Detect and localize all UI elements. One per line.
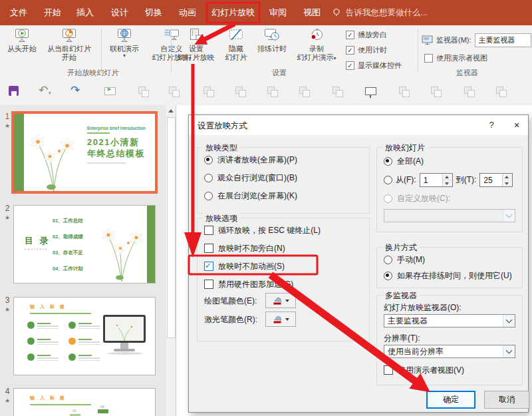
circle-icon <box>68 337 76 345</box>
slideshow-monitor-dropdown[interactable]: 主要监视器 <box>384 314 515 327</box>
tab-home[interactable]: 开始 <box>44 0 61 25</box>
shape-icon[interactable] <box>168 85 181 99</box>
checkbox-label: 使用计时 <box>358 45 387 55</box>
tab-file[interactable]: 文件 <box>10 0 27 25</box>
play-narration-checkbox[interactable]: ✓ 播放旁白 <box>346 30 387 40</box>
quick-access-toolbar <box>0 79 532 106</box>
present-online-button[interactable]: 联机演示 ▾ <box>104 27 145 59</box>
radio-selected-icon <box>384 272 392 280</box>
laser-color-dropdown[interactable] <box>265 312 296 327</box>
setup-slideshow-button[interactable]: 设置 幻灯片放映 <box>174 27 218 62</box>
distribute-horizontal-icon[interactable] <box>430 85 443 99</box>
tab-transitions[interactable]: 切换 <box>145 0 162 25</box>
slide-thumbnail-3[interactable]: 输 入 标 题 <box>13 297 156 375</box>
button-label: 幻灯片放映 <box>174 53 218 62</box>
slide-number: 2 <box>3 204 12 213</box>
bring-forward-icon[interactable] <box>298 85 311 99</box>
checkbox-use-presenter-view[interactable]: 使用演示者视图(V) <box>384 365 464 375</box>
use-presenter-view-checkbox[interactable]: ✓ 使用演示者视图 <box>424 53 487 63</box>
spinner-buttons[interactable] <box>502 174 512 186</box>
spin-down-icon[interactable] <box>443 180 452 186</box>
radio-browsed-at-kiosk[interactable]: 在展台浏览(全屏幕)(K) <box>204 190 297 201</box>
chart-label: 04 <box>100 405 104 409</box>
radio-browsed-by-individual[interactable]: 观众自行浏览(窗口)(B) <box>204 172 297 183</box>
group-label-monitors: 监视器 <box>419 68 515 78</box>
spin-up-icon[interactable] <box>443 174 452 180</box>
spin-up-icon[interactable] <box>503 174 512 180</box>
slide-thumbnail-1[interactable]: Enterprise brief introduction 2021小清新 年终… <box>13 113 156 192</box>
radio-custom-show[interactable]: 自定义放映(C): <box>384 193 450 204</box>
slide-accent-bar <box>147 206 155 283</box>
cancel-button[interactable]: 取消 <box>484 391 529 409</box>
help-icon[interactable]: ? <box>480 115 503 135</box>
tab-design[interactable]: 设计 <box>111 0 128 25</box>
tab-insert[interactable]: 插入 <box>76 0 94 25</box>
checkbox-loop-continuously[interactable]: 循环放映，按 ESC 键终止(L) <box>204 225 321 236</box>
radio-speaker-show[interactable]: 演讲者放映(全屏幕)(P) <box>204 154 297 165</box>
undo-icon[interactable] <box>39 85 52 99</box>
group-show-slides: 放映幻灯片 全部(A) 从(F): 1 到(T): 25 <box>376 147 523 232</box>
spinner-buttons[interactable] <box>442 174 452 186</box>
selection-icon[interactable] <box>137 85 150 99</box>
use-timings-checkbox[interactable]: ✓ 使用计时 <box>346 45 387 55</box>
distribute-vertical-icon[interactable] <box>398 85 411 99</box>
resolution-label: 分辨率(T): <box>384 333 420 344</box>
group-label-start-slideshow: 开始放映幻灯片 <box>27 68 160 78</box>
close-icon[interactable]: × <box>505 115 528 135</box>
tab-review[interactable]: 审阅 <box>269 0 287 25</box>
from-current-slide-button[interactable]: 从当前幻灯片 开始 <box>40 27 98 62</box>
radio-all-slides[interactable]: 全部(A) <box>384 156 424 166</box>
redo-icon[interactable] <box>70 85 84 99</box>
slide-thumbnail-4[interactable]: 输 入 标 题 03 04 <box>13 388 156 416</box>
from-beginning-button[interactable]: 从头开始 <box>4 27 40 53</box>
group-icon[interactable] <box>266 85 279 99</box>
rotate-icon[interactable] <box>234 85 247 99</box>
resolution-dropdown[interactable]: 使用当前分辨率 <box>384 345 515 358</box>
to-spinner[interactable]: 25 <box>479 173 513 187</box>
radio-slide-range[interactable]: 从(F): 1 到(T): 25 <box>384 173 513 187</box>
from-spinner[interactable]: 1 <box>420 173 453 187</box>
scrollbar-thumb[interactable] <box>167 117 176 338</box>
tab-slideshow[interactable]: 幻灯片放映 <box>211 0 255 25</box>
checkbox-disable-hardware-acceleration[interactable]: 禁用硬件图形加速(G) <box>204 279 293 290</box>
divider <box>87 132 110 134</box>
chart-bar <box>98 409 108 413</box>
ok-button[interactable]: 确定 <box>426 391 475 409</box>
tab-animations[interactable]: 动画 <box>179 0 196 25</box>
toc-item: 03、存在不足 <box>53 250 83 256</box>
scroll-up-icon[interactable] <box>168 109 174 112</box>
lightbulb-icon <box>331 7 342 18</box>
copy-icon[interactable] <box>202 85 215 99</box>
align-objects-icon[interactable] <box>463 85 476 99</box>
circle-icon <box>27 321 35 329</box>
slide1-subtitle-line <box>87 162 126 164</box>
slideshow-icon[interactable] <box>104 85 117 99</box>
ribbon-tab-bar: 文件 开始 插入 设计 切换 动画 幻灯片放映 审阅 视图 告诉我您想要做什么.… <box>0 0 532 25</box>
checkbox-without-animation[interactable]: 放映时不加动画(S) <box>204 261 285 272</box>
monitor-dropdown[interactable]: 主要监视器 <box>475 33 531 47</box>
spin-down-icon[interactable] <box>503 180 512 186</box>
panel-scrollbar[interactable] <box>165 105 176 416</box>
daisy-flowers-graphic <box>98 210 147 282</box>
option-label: 如果存在排练时间，则使用它(U) <box>397 270 512 282</box>
animation-star-icon: ★ <box>3 122 12 129</box>
save-icon[interactable] <box>8 85 21 99</box>
group-advance-slides: 换片方式 手动(M) 如果存在排练时间，则使用它(U) <box>376 247 523 288</box>
slide4-header: 输 入 标 题 <box>30 395 66 401</box>
checkbox-without-narration[interactable]: 放映时不加旁白(N) <box>204 243 285 254</box>
radio-manual-advance[interactable]: 手动(M) <box>384 254 425 265</box>
rehearse-timings-button[interactable]: 排练计时 <box>253 27 291 53</box>
chart-label: 03 <box>72 409 76 413</box>
record-slideshow-button[interactable]: 录制 幻灯片演示▾ <box>291 27 342 62</box>
align-center-icon[interactable] <box>495 85 508 99</box>
hide-slide-button[interactable]: 隐藏 幻灯片 <box>219 27 253 62</box>
dialog-titlebar[interactable]: 设置放映方式 ? × <box>189 115 528 135</box>
slide3-header: 输 入 标 题 <box>30 304 66 310</box>
radio-use-timings[interactable]: 如果存在排练时间，则使用它(U) <box>384 270 512 281</box>
slide-thumbnail-2[interactable]: 目 录 contents 01、工作总结 02、取得成绩 03、存在不足 04、… <box>13 205 156 284</box>
projector-icon[interactable] <box>364 85 378 99</box>
tell-me-box[interactable]: 告诉我您想要做什么... <box>346 0 428 25</box>
pen-color-dropdown[interactable] <box>265 293 296 308</box>
tab-view[interactable]: 视图 <box>303 0 321 25</box>
send-backward-icon[interactable] <box>331 85 344 99</box>
